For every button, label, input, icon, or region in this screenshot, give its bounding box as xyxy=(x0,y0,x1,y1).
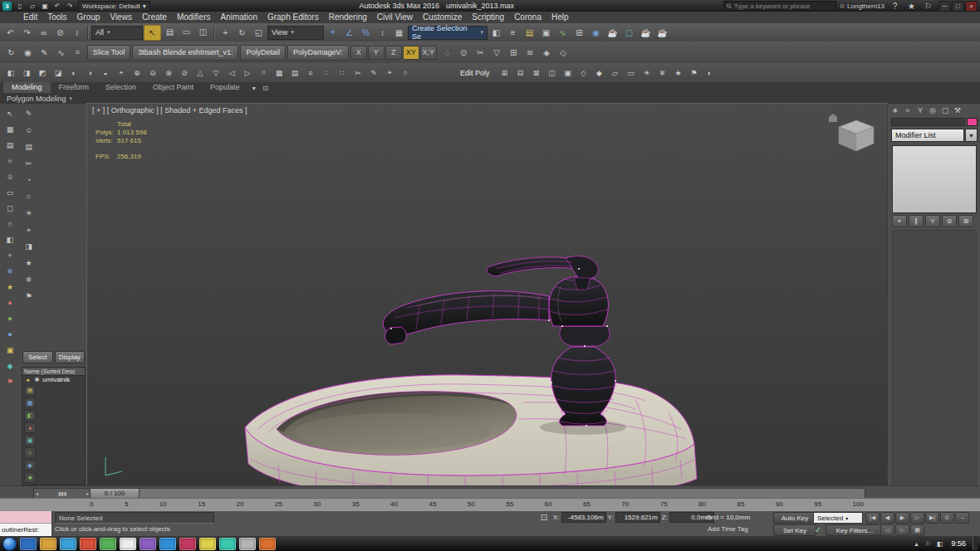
poly-tool-icon[interactable]: ▽ xyxy=(208,66,223,80)
listener-line[interactable]: outlinerRest: xyxy=(0,524,51,536)
poly-tool-icon[interactable]: ⊗ xyxy=(161,66,176,80)
menu-item[interactable]: Animation xyxy=(215,12,262,23)
constraint-x[interactable]: X xyxy=(350,46,367,60)
graphite-ribbon-icon[interactable]: ▣ xyxy=(538,26,554,40)
taskbar-app-6[interactable] xyxy=(120,538,136,550)
next-key-icon[interactable]: ▷ xyxy=(895,524,909,536)
left-toolbar-icon[interactable]: ⚑ xyxy=(3,375,17,388)
layer-icon[interactable]: ▣ xyxy=(24,435,36,446)
select-move-icon[interactable]: + xyxy=(218,26,233,40)
select-by-name-icon[interactable]: ▤ xyxy=(162,25,178,39)
tab-freeform[interactable]: Freeform xyxy=(51,82,98,93)
qat-icon[interactable]: ▣ xyxy=(39,1,51,11)
tab-selection[interactable]: Selection xyxy=(97,82,145,93)
layer-icon[interactable]: ● xyxy=(24,422,36,433)
time-configuration-icon[interactable]: ◔ xyxy=(955,512,969,524)
taskbar-app-3[interactable] xyxy=(60,538,76,550)
menu-item[interactable]: Create xyxy=(137,12,172,23)
menu-item[interactable]: Corona xyxy=(509,12,546,23)
maximize-button[interactable]: □ xyxy=(952,1,964,12)
app-logo-icon[interactable]: 3 xyxy=(2,2,12,11)
menu-item[interactable]: Customize xyxy=(418,12,467,23)
left-toolbar-icon[interactable]: + xyxy=(3,249,17,262)
display-tab-icon[interactable]: ▢ xyxy=(939,105,951,116)
left-toolbar-icon[interactable]: ↖ xyxy=(3,107,17,120)
left-toolbar-icon[interactable]: ☺ xyxy=(3,170,17,183)
select-button[interactable]: Select xyxy=(22,351,53,363)
utilities-tab-icon[interactable]: ⚒ xyxy=(952,105,963,116)
x-coordinate-field[interactable]: -4583,106m xyxy=(561,512,606,523)
poly-tool-icon[interactable]: ◧ xyxy=(3,66,18,80)
ribbon-tool-icon[interactable]: ↻ xyxy=(3,46,19,60)
go-to-start-icon[interactable]: |◀ xyxy=(865,512,880,524)
layer-manager-icon[interactable]: ▤ xyxy=(522,26,537,40)
menu-item[interactable]: Modifiers xyxy=(172,12,216,23)
go-to-end-icon[interactable]: ▶| xyxy=(925,512,939,524)
poly-tool-icon[interactable]: ∷ xyxy=(335,66,350,80)
display-button[interactable]: Display xyxy=(55,351,86,363)
object-name-field[interactable] xyxy=(891,118,965,126)
time-slider-handle[interactable]: 0 / 100 xyxy=(91,489,140,498)
schematic-view-icon[interactable]: ⊞ xyxy=(571,26,587,40)
left-toolbar-icon[interactable]: ◻ xyxy=(3,202,17,215)
left-toolbar-icon[interactable]: ❄ xyxy=(3,265,17,278)
poly-tool-icon[interactable]: ⊞ xyxy=(497,66,512,80)
poly-tool-icon[interactable]: ◐ xyxy=(66,66,81,80)
poly-tool-icon[interactable]: ◓ xyxy=(114,66,129,80)
ribbon-tool-icon[interactable]: ∿ xyxy=(53,46,69,60)
ribbon-tool-icon[interactable]: ◌ xyxy=(439,46,455,60)
object-color-swatch[interactable] xyxy=(967,118,978,126)
ribbon-tool-icon[interactable]: ⊞ xyxy=(506,46,522,60)
poly-tool-icon[interactable]: ⊕ xyxy=(130,66,145,80)
modeling-tool-icon[interactable]: ✎ xyxy=(22,107,36,120)
ribbon-tool-icon[interactable]: ✎ xyxy=(37,46,52,60)
taskbar-app-7[interactable] xyxy=(140,538,156,550)
menu-item[interactable]: Rendering xyxy=(324,12,372,23)
viewport[interactable]: [ + ] [ Orthographic ] [ Shaded + Edged … xyxy=(87,104,887,485)
left-toolbar-icon[interactable]: ▦ xyxy=(3,123,17,136)
play-animation-icon[interactable]: ▶ xyxy=(895,512,909,524)
poly-tool-icon[interactable]: ◁ xyxy=(224,66,239,80)
left-toolbar-icon[interactable]: ● xyxy=(3,328,17,341)
poly-tool-icon[interactable]: ◫ xyxy=(545,66,560,80)
taskbar-app-10[interactable] xyxy=(199,538,216,550)
qat-icon[interactable]: ↶ xyxy=(51,1,63,11)
minimize-button[interactable]: ─ xyxy=(938,1,951,12)
redo-icon[interactable]: ↷ xyxy=(19,26,35,40)
set-key-button[interactable]: Set Key xyxy=(773,524,816,536)
create-tab-icon[interactable]: ∗ xyxy=(889,105,901,116)
scroll-right-icon[interactable]: ▸ xyxy=(86,490,89,496)
left-toolbar-icon[interactable]: ● xyxy=(3,312,17,325)
show-desktop-button[interactable] xyxy=(973,537,978,550)
poly-tool-icon[interactable]: ⊠ xyxy=(529,66,544,80)
qat-icon[interactable]: ↷ xyxy=(64,1,76,11)
tab-modeling[interactable]: Modeling xyxy=(3,82,51,93)
left-toolbar-icon[interactable]: ◆ xyxy=(3,359,17,373)
previous-frame-icon[interactable]: ◀ xyxy=(880,512,894,524)
window-crossing-icon[interactable]: ◫ xyxy=(195,25,211,39)
left-toolbar-icon[interactable]: ○ xyxy=(3,217,17,231)
modeling-tool-icon[interactable]: ⚑ xyxy=(22,290,36,303)
mirror-icon[interactable]: ◧ xyxy=(488,26,504,40)
left-toolbar-icon[interactable]: ▣ xyxy=(3,344,17,357)
poly-tool-icon[interactable]: ◩ xyxy=(35,66,50,80)
poly-tool-icon[interactable]: ⚑ xyxy=(687,66,702,80)
tray-icon[interactable]: ◧ xyxy=(934,539,944,549)
modeling-tool-icon[interactable]: ☀ xyxy=(22,207,36,220)
poly-tool-icon[interactable]: ◑ xyxy=(82,66,97,80)
poly-tool-icon[interactable]: ⌖ xyxy=(382,66,397,80)
pin-stack-icon[interactable]: ⌖ xyxy=(892,215,907,227)
left-toolbar-icon[interactable]: ● xyxy=(3,296,17,310)
constraint-xy[interactable]: XY xyxy=(403,46,419,60)
show-end-result-icon[interactable]: ∥ xyxy=(909,215,924,227)
unlink-selection-icon[interactable]: ⊘ xyxy=(52,26,68,40)
search-input[interactable]: ⚲ Type a keyword or phrase xyxy=(723,1,836,11)
polydamage-button[interactable]: PolyDamageV: xyxy=(287,45,349,61)
constraint-y[interactable]: Y xyxy=(368,46,385,60)
taskbar-app-13[interactable] xyxy=(259,538,276,550)
menu-item[interactable]: Help xyxy=(546,12,574,23)
explorer-header[interactable]: Name (Sorted Desc xyxy=(22,368,85,376)
poly-tool-icon[interactable]: ⊖ xyxy=(145,66,160,80)
menu-item[interactable]: Edit xyxy=(18,12,42,23)
tray-icon[interactable]: ▴ xyxy=(911,539,921,549)
